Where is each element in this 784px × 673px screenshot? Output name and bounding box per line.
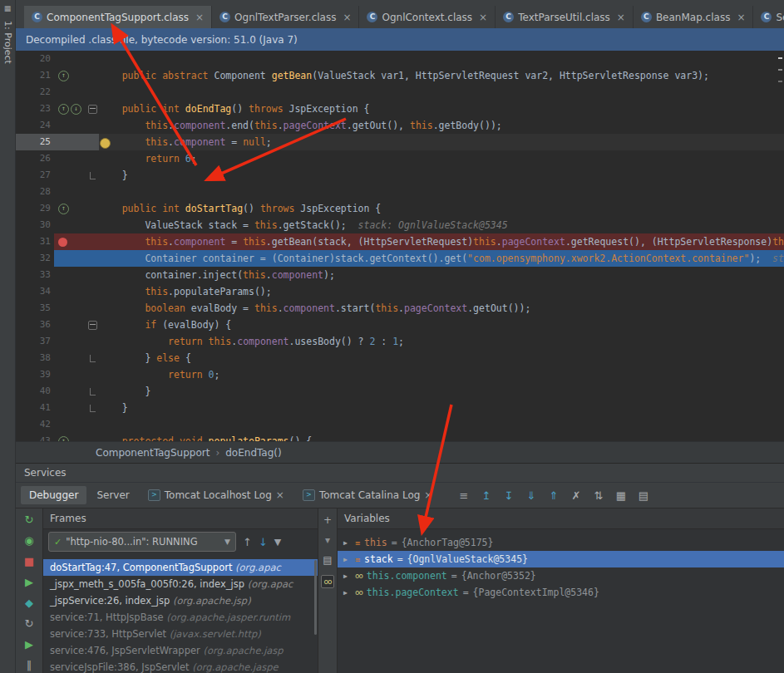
code-text[interactable]: return 6; <box>99 150 784 167</box>
close-icon[interactable]: × <box>276 489 284 501</box>
editor-tab-textparseutil-class[interactable]: CTextParseUtil.class× <box>496 6 634 28</box>
resume-icon[interactable]: ▶ <box>25 577 33 588</box>
fold-column[interactable] <box>86 400 99 416</box>
fold-column[interactable] <box>86 200 99 217</box>
fold-column[interactable] <box>86 233 99 250</box>
code-text[interactable]: boolean evalBody = this.component.start(… <box>99 300 784 317</box>
breadcrumb-class[interactable]: ComponentTagSupport <box>96 447 210 459</box>
restore-layout-icon[interactable]: ▤ <box>323 555 332 565</box>
fold-column[interactable] <box>86 51 99 67</box>
code-text[interactable]: } <box>99 167 784 184</box>
fold-column[interactable] <box>86 333 99 350</box>
frame-row[interactable]: service:71, HttpJspBase (org.apache.jasp… <box>43 609 318 626</box>
sort-icon[interactable]: ⇅ <box>589 489 608 502</box>
variable-row[interactable]: ▶oothis.pageContext={PageContextImpl@534… <box>338 584 784 601</box>
project-tool-label[interactable]: 1: Project <box>2 21 13 64</box>
code-text[interactable]: } <box>99 400 784 416</box>
code-text[interactable]: this.component.end(this.pageContext.getO… <box>99 117 784 134</box>
upload-file-icon[interactable]: ⇑ <box>544 489 563 502</box>
breadcrumb-method[interactable]: doEndTag() <box>225 447 281 459</box>
code-text[interactable]: public int doStartTag() throws JspExcept… <box>99 200 784 217</box>
editor-tab-componenttagsupport-class[interactable]: CComponentTagSupport.class× <box>24 6 212 28</box>
code-text[interactable]: public abstract Component getBean(ValueS… <box>99 67 784 84</box>
view-options-icon[interactable]: ▤ <box>634 489 653 502</box>
editor-tab-ognlcontext-class[interactable]: COgnlContext.class× <box>359 6 496 28</box>
intention-bulb-icon[interactable] <box>100 138 111 149</box>
frame-down-icon[interactable]: ↓ <box>259 536 268 548</box>
download-icon[interactable]: ↧ <box>499 489 518 502</box>
debug-bug-icon[interactable]: ◉ <box>24 535 33 547</box>
close-icon[interactable]: × <box>195 12 204 23</box>
options-menu-icon[interactable]: ≡ <box>454 489 473 502</box>
editor-tab-securitym[interactable]: CSecurityM <box>753 6 784 28</box>
expand-arrow-icon[interactable]: ▶ <box>343 589 351 597</box>
services-tab-debugger[interactable]: Debugger <box>21 486 86 504</box>
fold-column[interactable] <box>86 167 99 184</box>
code-text[interactable]: this.component = null; <box>99 134 784 150</box>
frames-scrollbar[interactable] <box>314 560 317 635</box>
rerun-icon[interactable]: ↻ <box>25 514 34 526</box>
fold-column[interactable] <box>86 317 99 333</box>
fold-column[interactable] <box>86 184 99 200</box>
services-tab-server[interactable]: Server <box>88 486 137 504</box>
code-text[interactable]: if (evalBody) { <box>99 317 784 333</box>
frame-row[interactable]: _jspService:26, index_jsp (org.apache.js… <box>43 592 318 609</box>
fold-column[interactable] <box>86 366 99 383</box>
expand-arrow-icon[interactable]: ▶ <box>343 539 351 547</box>
code-text[interactable] <box>99 184 784 200</box>
editor-tab-beanmap-class[interactable]: CBeanMap.class× <box>634 6 754 28</box>
code-text[interactable]: Container container = (Container)stack.g… <box>99 250 784 267</box>
fold-column[interactable] <box>86 433 99 441</box>
project-tool-strip[interactable]: ▦ 1: Project <box>0 0 16 673</box>
code-text[interactable] <box>99 51 784 67</box>
close-icon[interactable]: × <box>479 12 487 23</box>
frame-row[interactable]: _jspx_meth_s_005fa_005f0:26, index_jsp (… <box>43 576 318 592</box>
show-watches-icon[interactable]: oo <box>321 575 333 588</box>
clear-icon[interactable]: ✗ <box>566 489 585 502</box>
frame-row[interactable]: serviceJspFile:386, JspServlet (org.apac… <box>43 659 318 673</box>
services-title[interactable]: Services <box>16 464 784 483</box>
frame-row[interactable]: service:476, JspServletWrapper (org.apac… <box>43 642 318 659</box>
services-tab-tomcat-localhost-log[interactable]: >Tomcat Localhost Log× <box>140 486 293 504</box>
thread-selector[interactable]: ✓ "http-nio-80...in": RUNNING ▼ <box>48 532 236 552</box>
code-text[interactable]: protected void populateParams() { <box>99 433 784 441</box>
close-icon[interactable]: × <box>424 489 432 501</box>
code-text[interactable] <box>99 416 784 433</box>
fold-column[interactable] <box>86 134 99 150</box>
stop-icon[interactable]: ■ <box>24 556 34 567</box>
code-text[interactable]: this.component = this.getBean(stack, (Ht… <box>99 233 784 250</box>
run-to-cursor-icon[interactable]: ▶ <box>25 639 33 651</box>
code-text[interactable] <box>99 84 784 101</box>
override-marker-icon[interactable]: ↑ <box>58 204 69 214</box>
fold-column[interactable] <box>86 217 99 233</box>
close-icon[interactable]: × <box>343 12 351 23</box>
variable-row[interactable]: ▶≡this={AnchorTag@5175} <box>338 534 784 551</box>
close-icon[interactable]: × <box>617 12 625 23</box>
override-marker-icon[interactable]: ↑ <box>58 436 69 442</box>
frame-up-icon[interactable]: ↑ <box>243 536 252 548</box>
fold-column[interactable] <box>86 250 99 267</box>
frame-row[interactable]: service:733, HttpServlet (javax.servlet.… <box>43 626 318 642</box>
code-text[interactable]: } else { <box>99 350 784 366</box>
close-icon[interactable]: × <box>737 12 745 23</box>
code-text[interactable]: return this.component.usesBody() ? 2 : 1… <box>99 333 784 350</box>
fold-column[interactable] <box>86 283 99 300</box>
collapse-all-icon[interactable]: ▾ <box>325 535 330 545</box>
override-marker-icon[interactable]: ↑ <box>58 104 69 115</box>
services-tab-tomcat-catalina-log[interactable]: >Tomcat Catalina Log× <box>294 486 441 504</box>
fold-column[interactable] <box>86 67 99 84</box>
variable-row[interactable]: ▶oothis.component={Anchor@5352} <box>338 567 784 584</box>
code-text[interactable]: ValueStack stack = this.getStack(); stac… <box>99 217 784 233</box>
filter-icon[interactable]: ▼ <box>274 537 281 548</box>
frame-row[interactable]: doStartTag:47, ComponentTagSupport (org.… <box>43 559 318 576</box>
fold-column[interactable] <box>86 117 99 134</box>
hotswap-icon[interactable]: ◆ <box>25 597 33 609</box>
fold-column[interactable] <box>86 300 99 317</box>
override-marker-icon[interactable]: ↑ <box>58 71 69 81</box>
fold-column[interactable] <box>86 101 99 117</box>
code-text[interactable]: } <box>99 383 784 400</box>
upload-icon[interactable]: ↥ <box>476 489 496 502</box>
fold-collapse-icon[interactable] <box>88 105 97 114</box>
fold-collapse-icon[interactable] <box>88 321 97 330</box>
fold-column[interactable] <box>86 416 99 433</box>
